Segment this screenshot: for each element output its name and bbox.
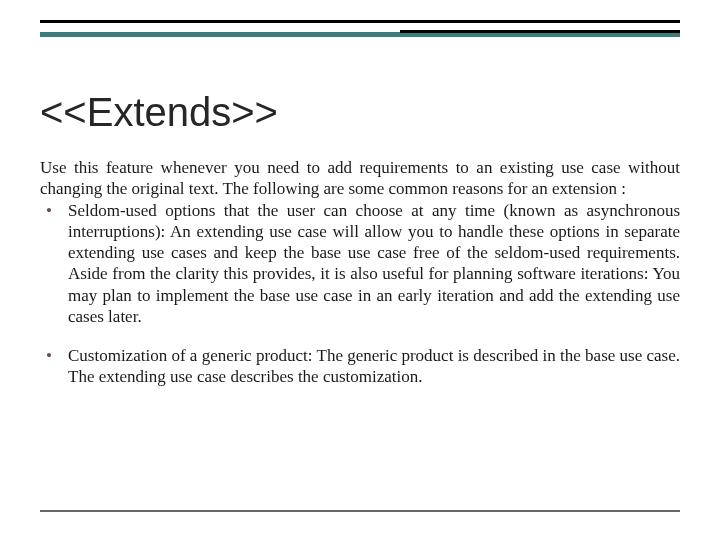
slide-title: <<Extends>> [40,90,680,135]
bullet-list: Seldom-used options that the user can ch… [40,200,680,388]
bottom-rule [40,510,680,512]
list-item: Seldom-used options that the user can ch… [40,200,680,328]
accent-rule [40,32,680,37]
slide-content: <<Extends>> Use this feature whenever yo… [40,90,680,406]
list-item: Customization of a generic product: The … [40,345,680,388]
top-rule [40,20,680,23]
intro-paragraph: Use this feature whenever you need to ad… [40,157,680,200]
